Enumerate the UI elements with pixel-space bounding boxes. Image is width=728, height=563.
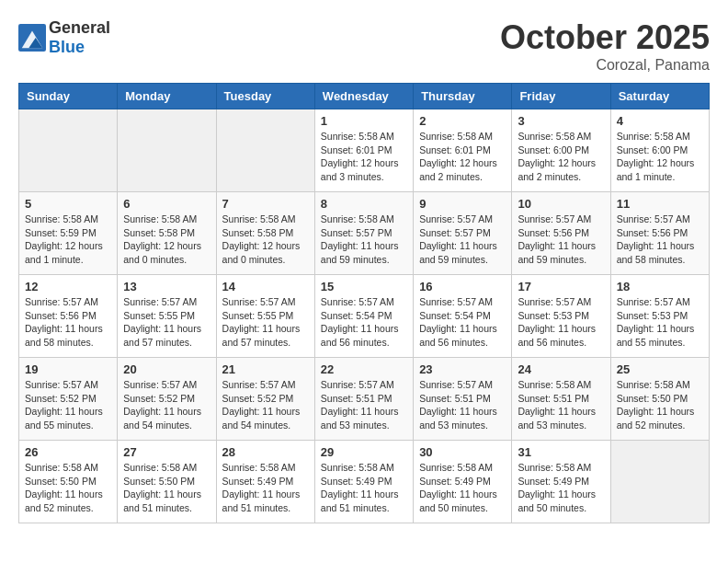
calendar-cell: 1Sunrise: 5:58 AM Sunset: 6:01 PM Daylig…: [314, 109, 413, 192]
day-number: 28: [222, 445, 309, 459]
day-info: Sunrise: 5:57 AM Sunset: 5:51 PM Dayligh…: [321, 378, 407, 432]
day-number: 1: [321, 114, 407, 128]
calendar-cell: 6Sunrise: 5:58 AM Sunset: 5:58 PM Daylig…: [118, 192, 216, 275]
day-info: Sunrise: 5:57 AM Sunset: 5:57 PM Dayligh…: [419, 213, 506, 267]
logo-general-text: General: [49, 18, 110, 37]
day-info: Sunrise: 5:58 AM Sunset: 5:58 PM Dayligh…: [123, 213, 210, 267]
page-header: General Blue October 2025 Corozal, Panam…: [18, 18, 710, 74]
column-header-monday: Monday: [118, 84, 216, 109]
day-number: 25: [617, 362, 703, 376]
calendar-header-row: SundayMondayTuesdayWednesdayThursdayFrid…: [19, 84, 710, 109]
calendar-cell: 10Sunrise: 5:57 AM Sunset: 5:56 PM Dayli…: [512, 192, 610, 275]
day-info: Sunrise: 5:57 AM Sunset: 5:56 PM Dayligh…: [25, 295, 111, 350]
calendar-cell: 16Sunrise: 5:57 AM Sunset: 5:54 PM Dayli…: [414, 275, 512, 358]
calendar-table: SundayMondayTuesdayWednesdayThursdayFrid…: [18, 83, 710, 523]
day-number: 7: [222, 197, 309, 211]
day-number: 3: [518, 114, 604, 128]
day-number: 17: [518, 280, 604, 293]
day-info: Sunrise: 5:57 AM Sunset: 5:52 PM Dayligh…: [222, 378, 309, 432]
day-number: 16: [419, 280, 506, 293]
calendar-cell: 24Sunrise: 5:58 AM Sunset: 5:51 PM Dayli…: [512, 358, 610, 441]
day-number: 31: [518, 445, 604, 459]
day-info: Sunrise: 5:58 AM Sunset: 5:59 PM Dayligh…: [25, 213, 111, 267]
day-info: Sunrise: 5:57 AM Sunset: 5:52 PM Dayligh…: [123, 378, 210, 432]
calendar-cell: [216, 109, 314, 192]
calendar-week-row: 26Sunrise: 5:58 AM Sunset: 5:50 PM Dayli…: [19, 441, 710, 523]
calendar-cell: 12Sunrise: 5:57 AM Sunset: 5:56 PM Dayli…: [19, 275, 118, 358]
day-number: 10: [518, 197, 604, 211]
calendar-cell: 27Sunrise: 5:58 AM Sunset: 5:50 PM Dayli…: [118, 441, 216, 523]
day-info: Sunrise: 5:57 AM Sunset: 5:53 PM Dayligh…: [518, 295, 604, 350]
day-info: Sunrise: 5:57 AM Sunset: 5:55 PM Dayligh…: [123, 295, 210, 350]
day-number: 20: [123, 362, 210, 376]
day-info: Sunrise: 5:57 AM Sunset: 5:55 PM Dayligh…: [222, 295, 309, 350]
day-number: 15: [321, 280, 407, 293]
day-number: 19: [25, 362, 111, 376]
day-info: Sunrise: 5:57 AM Sunset: 5:56 PM Dayligh…: [518, 213, 604, 267]
day-number: 13: [123, 280, 210, 293]
day-number: 22: [321, 362, 407, 376]
day-number: 29: [321, 445, 407, 459]
calendar-cell: 22Sunrise: 5:57 AM Sunset: 5:51 PM Dayli…: [314, 358, 413, 441]
day-number: 11: [617, 197, 703, 211]
day-info: Sunrise: 5:57 AM Sunset: 5:53 PM Dayligh…: [617, 295, 703, 350]
day-info: Sunrise: 5:58 AM Sunset: 5:58 PM Dayligh…: [222, 213, 309, 267]
location: Corozal, Panama: [500, 57, 710, 74]
calendar-cell: 21Sunrise: 5:57 AM Sunset: 5:52 PM Dayli…: [216, 358, 314, 441]
calendar-cell: 9Sunrise: 5:57 AM Sunset: 5:57 PM Daylig…: [414, 192, 512, 275]
day-info: Sunrise: 5:57 AM Sunset: 5:54 PM Dayligh…: [419, 295, 506, 350]
calendar-cell: 7Sunrise: 5:58 AM Sunset: 5:58 PM Daylig…: [216, 192, 314, 275]
day-info: Sunrise: 5:58 AM Sunset: 5:49 PM Dayligh…: [518, 461, 604, 515]
calendar-week-row: 1Sunrise: 5:58 AM Sunset: 6:01 PM Daylig…: [19, 109, 710, 192]
calendar-cell: 13Sunrise: 5:57 AM Sunset: 5:55 PM Dayli…: [118, 275, 216, 358]
day-number: 27: [123, 445, 210, 459]
day-number: 24: [518, 362, 604, 376]
column-header-saturday: Saturday: [610, 84, 709, 109]
day-info: Sunrise: 5:58 AM Sunset: 5:49 PM Dayligh…: [222, 461, 309, 515]
day-number: 2: [419, 114, 506, 128]
calendar-cell: [118, 109, 216, 192]
title-block: October 2025 Corozal, Panama: [500, 18, 710, 74]
calendar-week-row: 5Sunrise: 5:58 AM Sunset: 5:59 PM Daylig…: [19, 192, 710, 275]
day-info: Sunrise: 5:58 AM Sunset: 5:49 PM Dayligh…: [321, 461, 407, 515]
day-info: Sunrise: 5:58 AM Sunset: 5:50 PM Dayligh…: [123, 461, 210, 515]
calendar-cell: 14Sunrise: 5:57 AM Sunset: 5:55 PM Dayli…: [216, 275, 314, 358]
column-header-sunday: Sunday: [19, 84, 118, 109]
calendar-cell: 28Sunrise: 5:58 AM Sunset: 5:49 PM Dayli…: [216, 441, 314, 523]
day-info: Sunrise: 5:58 AM Sunset: 5:57 PM Dayligh…: [321, 213, 407, 267]
day-info: Sunrise: 5:58 AM Sunset: 6:01 PM Dayligh…: [419, 130, 506, 184]
calendar-cell: 3Sunrise: 5:58 AM Sunset: 6:00 PM Daylig…: [512, 109, 610, 192]
day-number: 5: [25, 197, 111, 211]
calendar-cell: [610, 441, 709, 523]
day-number: 12: [25, 280, 111, 293]
day-info: Sunrise: 5:58 AM Sunset: 5:49 PM Dayligh…: [419, 461, 506, 515]
calendar-cell: 20Sunrise: 5:57 AM Sunset: 5:52 PM Dayli…: [118, 358, 216, 441]
day-info: Sunrise: 5:57 AM Sunset: 5:56 PM Dayligh…: [617, 213, 703, 267]
column-header-thursday: Thursday: [414, 84, 512, 109]
column-header-friday: Friday: [512, 84, 610, 109]
day-info: Sunrise: 5:58 AM Sunset: 6:00 PM Dayligh…: [518, 130, 604, 184]
calendar-week-row: 12Sunrise: 5:57 AM Sunset: 5:56 PM Dayli…: [19, 275, 710, 358]
calendar-cell: 17Sunrise: 5:57 AM Sunset: 5:53 PM Dayli…: [512, 275, 610, 358]
calendar-cell: 23Sunrise: 5:57 AM Sunset: 5:51 PM Dayli…: [414, 358, 512, 441]
day-number: 9: [419, 197, 506, 211]
day-number: 14: [222, 280, 309, 293]
calendar-cell: 15Sunrise: 5:57 AM Sunset: 5:54 PM Dayli…: [314, 275, 413, 358]
day-number: 18: [617, 280, 703, 293]
calendar-cell: [19, 109, 118, 192]
day-info: Sunrise: 5:58 AM Sunset: 5:50 PM Dayligh…: [617, 378, 703, 432]
column-header-wednesday: Wednesday: [314, 84, 413, 109]
calendar-cell: 11Sunrise: 5:57 AM Sunset: 5:56 PM Dayli…: [610, 192, 709, 275]
calendar-cell: 8Sunrise: 5:58 AM Sunset: 5:57 PM Daylig…: [314, 192, 413, 275]
day-number: 6: [123, 197, 210, 211]
day-info: Sunrise: 5:58 AM Sunset: 6:01 PM Dayligh…: [321, 130, 407, 184]
day-info: Sunrise: 5:57 AM Sunset: 5:52 PM Dayligh…: [25, 378, 111, 432]
day-number: 21: [222, 362, 309, 376]
calendar-cell: 18Sunrise: 5:57 AM Sunset: 5:53 PM Dayli…: [610, 275, 709, 358]
day-number: 26: [25, 445, 111, 459]
calendar-cell: 19Sunrise: 5:57 AM Sunset: 5:52 PM Dayli…: [19, 358, 118, 441]
calendar-cell: 25Sunrise: 5:58 AM Sunset: 5:50 PM Dayli…: [610, 358, 709, 441]
calendar-cell: 26Sunrise: 5:58 AM Sunset: 5:50 PM Dayli…: [19, 441, 118, 523]
logo-blue-text: Blue: [49, 38, 85, 56]
calendar-cell: 31Sunrise: 5:58 AM Sunset: 5:49 PM Dayli…: [512, 441, 610, 523]
